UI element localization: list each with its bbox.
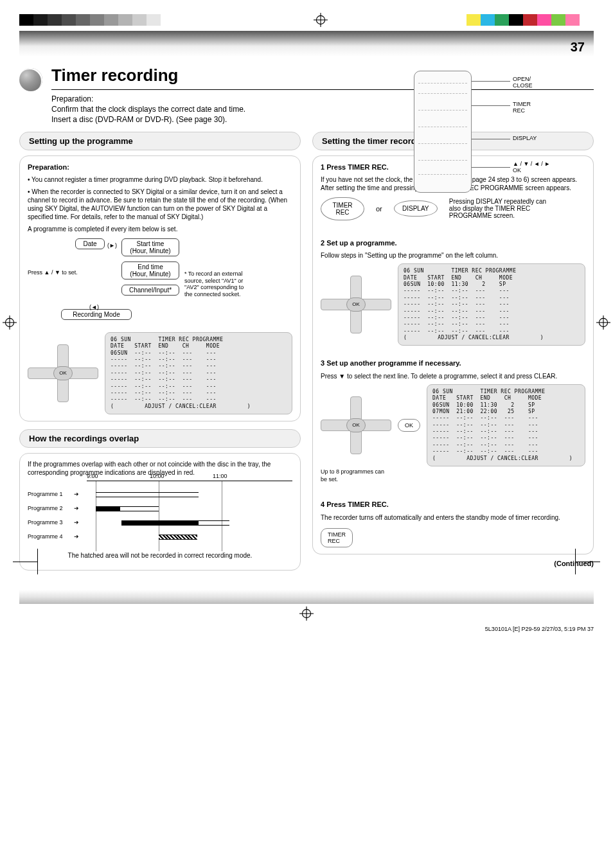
overlap-hour-0: 9:00 <box>87 473 98 479</box>
cmyk-swatches <box>466 14 594 26</box>
flow-arrow-right: (►) <box>107 242 117 249</box>
swatch <box>466 14 481 26</box>
registration-mark-top <box>314 13 328 27</box>
registration-mark-bottom <box>19 607 594 622</box>
intro-text: Preparation: Confirm that the clock disp… <box>51 94 347 125</box>
swatch <box>509 14 523 26</box>
bw-swatches <box>19 14 175 26</box>
flow-arrow-left: (◄) <box>89 304 99 310</box>
footer-print-info: 5L30101A [E] P29-59 2/27/03, 5:19 PM 37 <box>19 626 594 632</box>
registration-mark-left <box>3 315 17 330</box>
swatch <box>76 14 90 26</box>
footer-gradient-band <box>19 590 594 604</box>
swatch <box>537 14 551 26</box>
flow-start: Start time (Hour, Minute) <box>121 238 179 256</box>
setup-programme-panel: Preparation: • You cannot register a tim… <box>19 155 301 422</box>
overlap-section-header: How the recordings overlap <box>19 429 301 448</box>
step3-panel: 3 Set up another programme if necessary.… <box>312 352 594 493</box>
continued-label: (Continued) <box>312 560 594 567</box>
swatch <box>19 14 33 26</box>
step4-text: The recorder turns off automatically and… <box>321 513 585 522</box>
overlap-row-3-label: Programme 4 <box>28 533 63 540</box>
preparation-heading: Preparation: <box>28 163 292 172</box>
overlap-row-0-label: Programme 1 <box>28 491 63 497</box>
flow-tip-updown: Press ▲ / ▼ to set. <box>28 269 78 276</box>
crop-mark-bottom-left <box>13 549 51 574</box>
or-label: or <box>376 205 382 213</box>
swatch <box>580 14 594 26</box>
prep-line-0: • You cannot register a timer programme … <box>28 175 292 184</box>
ok-button[interactable]: OK <box>398 419 420 432</box>
overlap-row-2-label: Programme 3 <box>28 519 63 526</box>
dpad-icon: OK <box>28 344 98 402</box>
display-button[interactable]: DISPLAY <box>394 200 438 217</box>
flow-date: Date <box>75 238 105 249</box>
overlap-hour-2: 11:00 <box>213 473 227 479</box>
timer-rec-button-2[interactable]: TIMER REC <box>321 528 353 547</box>
flow-channel: Channel/Input* <box>121 285 179 296</box>
overlap-row-1-label: Programme 2 <box>28 505 63 511</box>
overlap-caption: The hatched area will not be recorded in… <box>28 551 292 560</box>
step4-heading: 4 Press TIMER REC. <box>321 500 585 509</box>
step1-tip: Pressing DISPLAY repeatedly can also dis… <box>449 198 546 219</box>
swatch <box>565 14 580 26</box>
prep-line-1: • When the recorder is connected to SKY … <box>28 188 292 221</box>
swatch <box>523 14 537 26</box>
header-gradient-band <box>19 31 594 57</box>
overlap-figure: 9:00 10:00 11:00 Programme 1 ➜ Programme… <box>28 481 292 551</box>
step2-text: Follow steps in "Setting up the programm… <box>321 251 585 260</box>
step2-heading: 2 Set up a programme. <box>321 238 585 247</box>
swatch <box>118 14 132 26</box>
remote-label-timer-rec: TIMER REC <box>513 101 531 114</box>
swatch <box>495 14 509 26</box>
dpad-icon-3: OK <box>321 396 391 454</box>
timer-rec-button[interactable]: TIMER REC <box>321 197 364 220</box>
flow-mode: Recording Mode <box>61 309 132 320</box>
swatch <box>147 14 161 26</box>
decorative-sphere <box>19 68 42 91</box>
step3-hint: Up to 8 programmes can be set. <box>321 468 585 483</box>
left-section-header: Setting up the programme <box>19 132 301 150</box>
swatch <box>481 14 495 26</box>
swatch <box>104 14 118 26</box>
remote-label-display: DISPLAY <box>513 135 537 141</box>
step3-text: Press ▼ to select the next line. To dele… <box>321 372 585 380</box>
step3-heading: 3 Set up another programme if necessary. <box>321 359 585 368</box>
remote-label-open-close: OPEN/ CLOSE <box>513 76 533 89</box>
remote-label-dpad-ok: ▲ / ▼ / ◄ / ► OK <box>513 161 550 174</box>
crop-mark-bottom-right <box>562 549 600 574</box>
step4-panel: 4 Press TIMER REC. The recorder turns of… <box>312 493 594 554</box>
lcd-screen-1: 06 SUN TIMER REC PROGRAMME DATE START EN… <box>105 332 292 414</box>
dpad-icon-2: OK <box>321 276 391 333</box>
print-bars <box>19 13 594 27</box>
swatch <box>132 14 147 26</box>
registration-mark-right <box>596 315 610 330</box>
remote-diagram: OPEN/ CLOSE TIMER REC DISPLAY ▲ / ▼ / ◄ … <box>407 71 574 193</box>
swatch <box>62 14 76 26</box>
page-number: 37 <box>571 40 585 55</box>
programme-flow-diagram: Date Start time (Hour, Minute) End time … <box>28 238 292 328</box>
swatch <box>90 14 104 26</box>
swatch <box>48 14 62 26</box>
swatch <box>161 14 175 26</box>
step2-panel: 2 Set up a programme. Follow steps in "S… <box>312 232 594 353</box>
flow-note: * To record an external source, select "… <box>184 270 244 298</box>
overlap-hour-1: 10:00 <box>150 473 164 479</box>
remote-outline <box>414 71 472 193</box>
flow-end: End time (Hour, Minute) <box>121 261 179 279</box>
lcd-screen-3: 06 SUN TIMER REC PROGRAMME DATE START EN… <box>427 384 585 466</box>
swatch <box>551 14 565 26</box>
flow-caption: A programme is completed if every item b… <box>28 225 292 233</box>
lcd-screen-2: 06 SUN TIMER REC PROGRAMME DATE START EN… <box>398 263 585 346</box>
swatch <box>33 14 48 26</box>
overlap-panel: If the programmes overlap with each othe… <box>19 453 301 571</box>
